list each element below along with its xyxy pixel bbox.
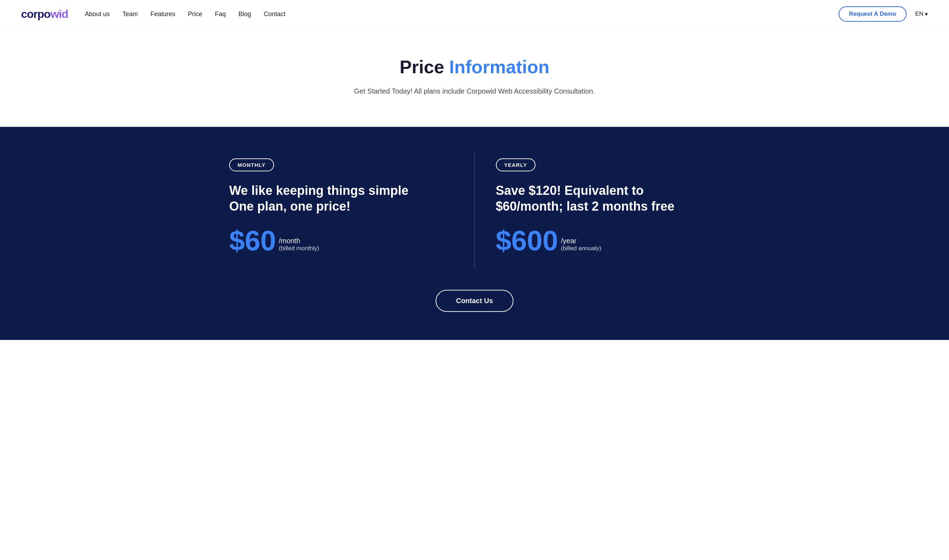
yearly-headline-line2: $60/month; last 2 months free [496,199,675,214]
yearly-price-billing: (billed annualy) [561,245,601,252]
hero-title: Price Information [14,57,935,77]
navbar-right: Request A Demo EN ▾ [838,6,928,22]
monthly-headline: We like keeping things simple One plan, … [229,183,454,214]
lang-label: EN [915,11,923,17]
nav-item-contact[interactable]: Contact [263,11,285,18]
nav-item-faq[interactable]: Faq [215,11,226,18]
yearly-badge: YEARLY [496,158,535,171]
pricing-section: MONTHLY We like keeping things simple On… [0,127,949,340]
monthly-price-amount: $60 [229,227,276,255]
hero-section: Price Information Get Started Today! All… [0,28,949,127]
pricing-plans: MONTHLY We like keeping things simple On… [229,151,720,269]
navbar: corpowid About us Team Features Price Fa… [0,0,949,28]
monthly-price-billing: (billed monthly) [278,245,319,252]
yearly-price: $600 /year (billed annualy) [496,227,720,255]
yearly-headline: Save $120! Equivalent to $60/month; last… [496,183,720,214]
monthly-headline-line2: One plan, one price! [229,199,351,214]
navbar-left: corpowid About us Team Features Price Fa… [21,8,285,21]
nav-item-price[interactable]: Price [188,11,202,18]
yearly-headline-line1: Save $120! Equivalent to [496,183,644,198]
contact-us-button[interactable]: Contact Us [435,290,514,312]
monthly-plan: MONTHLY We like keeping things simple On… [229,151,475,269]
yearly-price-amount: $600 [496,227,558,255]
contact-us-wrap: Contact Us [28,290,921,312]
hero-subtitle: Get Started Today! All plans include Cor… [14,87,935,95]
logo-wid: wid [51,8,68,20]
hero-title-black: Price [400,57,444,77]
nav-item-features[interactable]: Features [150,11,175,18]
monthly-price-period: /month [278,237,319,245]
chevron-down-icon: ▾ [925,11,928,18]
nav-item-blog[interactable]: Blog [238,11,251,18]
nav-links: About us Team Features Price Faq Blog Co… [85,11,285,18]
monthly-price-details: /month (billed monthly) [278,237,319,255]
yearly-price-period: /year [561,237,601,245]
monthly-badge: MONTHLY [229,158,274,171]
monthly-price: $60 /month (billed monthly) [229,227,454,255]
yearly-plan: YEARLY Save $120! Equivalent to $60/mont… [475,151,720,269]
logo-corpo: corpo [21,8,51,20]
nav-item-team[interactable]: Team [122,11,138,18]
nav-item-about[interactable]: About us [85,11,110,18]
language-selector[interactable]: EN ▾ [915,11,928,18]
logo[interactable]: corpowid [21,8,68,21]
yearly-price-details: /year (billed annualy) [561,237,601,255]
request-demo-button[interactable]: Request A Demo [838,6,907,22]
hero-title-blue: Information [449,57,549,77]
monthly-headline-line1: We like keeping things simple [229,183,408,198]
